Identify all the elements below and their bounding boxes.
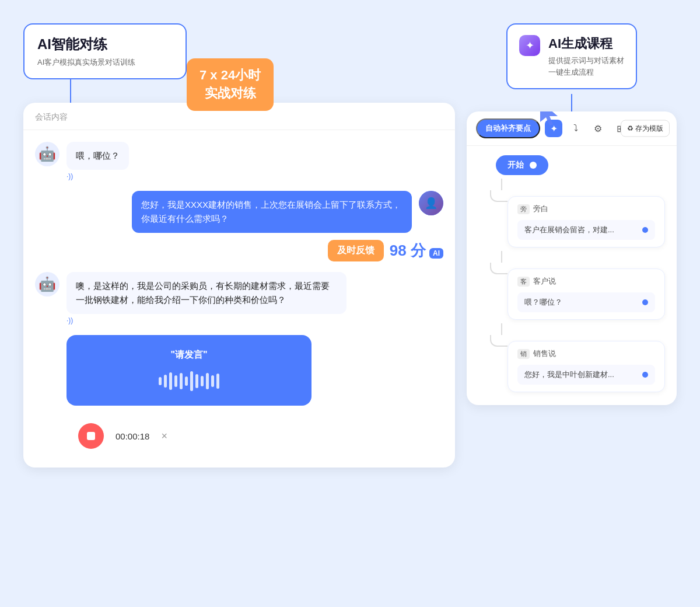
sound-icon-1: ·)) [66,172,129,180]
bubble-1: 喂，哪位？ [66,142,129,170]
ai-course-subtitle: 提供提示词与对话素材 一键生成流程 [548,55,624,78]
settings-icon-btn[interactable]: ⚙ [589,120,607,137]
node-dot-2 [642,299,648,305]
node-dot-3 [642,372,648,378]
ai-course-card: ✦ AI生成课程 提供提示词与对话素材 一键生成流程 [506,23,637,89]
node-sales-header: 销 销售说 [517,348,655,359]
connector-left [70,79,71,103]
node-customer-content[interactable]: 喂？哪位？ [517,292,655,312]
chat-panel: 会话内容 🤖 喂，哪位？ ·)) [23,103,455,468]
wave-bar [159,377,162,385]
wave-bar [180,373,183,389]
voice-prompt: "请发言" [170,349,207,361]
wave-bar [206,373,209,389]
wave-bar [174,375,177,387]
ai-practice-subtitle: AI客户模拟真实场景对话训练 [37,57,173,68]
node-customer-header: 客 客户说 [517,276,655,287]
flow-panel: 自动补齐要点 ✦ ⤵ ⚙ ⊞ ▷ ♻ 存为模版 开始 [467,111,677,405]
chat-messages: 🤖 喂，哪位？ ·)) 👤 您好，我是XXXX建材的销售 [23,130,455,468]
start-node: 开始 [496,155,548,175]
import-icon-btn[interactable]: ⤵ [567,120,584,137]
ai-course-title: AI生成课程 [548,35,624,53]
flow-toolbar: 自动补齐要点 ✦ ⤵ ⚙ ⊞ ▷ ♻ 存为模版 [467,111,677,146]
customer-icon: 客 [517,277,530,287]
score-area: 及时反馈 98 分 AI [35,240,443,261]
left-panel: AI智能对练 AI客户模拟真实场景对话训练 7 x 24小时 实战对练 会话内容… [23,23,455,468]
start-label: 开始 [508,160,524,170]
wave-bar [185,376,188,386]
wave-bar [216,374,219,389]
bubble-2: 您好，我是XXXX建材的销售，上次您在展销会上留下了联系方式，你最近有什么需求吗… [132,191,412,233]
stop-icon [87,432,95,440]
bubble-3: 噢，是这样的，我是公司的采购员，有长期的建材需求，最近需要一批钢铁建材，能给我介… [66,272,346,314]
avatar-ai-1: 🤖 [35,142,60,166]
save-template-button[interactable]: ♻ 存为模版 [621,120,670,137]
sound-icon-2: ·)) [66,316,346,325]
flow-node-sales: 销 销售说 您好，我是中叶创新建材... [508,341,665,392]
message-row-1: 🤖 喂，哪位？ ·)) [35,142,443,180]
wave-bar [195,374,198,388]
node-dot-1 [642,227,648,233]
svg-marker-0 [540,111,558,125]
node-sales-content[interactable]: 您好，我是中叶创新建材... [517,365,655,385]
right-panel: ✦ AI生成课程 提供提示词与对话素材 一键生成流程 自动补齐要点 [467,23,677,405]
record-stop-button[interactable] [78,423,104,449]
wave-bar [201,376,204,386]
avatar-user: 👤 [419,191,443,215]
voice-input-box: "请发言" [66,335,312,406]
node-narration-header: 旁 旁白 [517,204,655,214]
center-badge-line2: 实战对练 [200,85,261,103]
message-row-3: 🤖 噢，是这样的，我是公司的采购员，有长期的建材需求，最近需要一批钢铁建材，能给… [35,272,443,325]
close-button[interactable]: × [161,430,167,442]
voice-controls: 00:00:18 × [66,416,443,456]
waveform [159,371,219,392]
sales-icon: 销 [517,349,530,359]
ai-practice-title: AI智能对练 [37,35,173,54]
main-container: AI智能对练 AI客户模拟真实场景对话训练 7 x 24小时 实战对练 会话内容… [0,0,700,607]
flow-node-narration: 旁 旁白 客户在展销会留咨，对建... [508,196,665,247]
wave-bar [169,372,172,390]
flow-node-customer: 客 客户说 喂？哪位？ [508,268,665,320]
wave-bar [211,375,214,387]
score-value: 98 分 [390,240,426,261]
center-badge: 7 x 24小时 实战对练 [187,58,274,111]
narration-icon: 旁 [517,204,530,214]
center-badge-line1: 7 x 24小时 [200,67,261,85]
timer: 00:00:18 [116,431,149,441]
feedback-badge: 及时反馈 [328,240,384,261]
wave-bar [190,371,193,391]
avatar-ai-2: 🤖 [35,272,60,296]
ai-practice-card: AI智能对练 AI客户模拟真实场景对话训练 [23,23,187,79]
message-row-2: 👤 您好，我是XXXX建材的销售，上次您在展销会上留下了联系方式，你最近有什么需… [35,191,443,233]
ai-course-icon: ✦ [519,35,540,56]
flow-content: 开始 旁 旁白 [467,146,677,405]
start-dot [530,162,537,169]
node-narration-content[interactable]: 客户在展销会留咨，对建... [517,220,655,240]
connector-right [571,94,572,111]
auto-fill-button[interactable]: 自动补齐要点 [476,118,540,138]
wave-bar [164,375,167,388]
ai-badge: AI [429,248,443,259]
